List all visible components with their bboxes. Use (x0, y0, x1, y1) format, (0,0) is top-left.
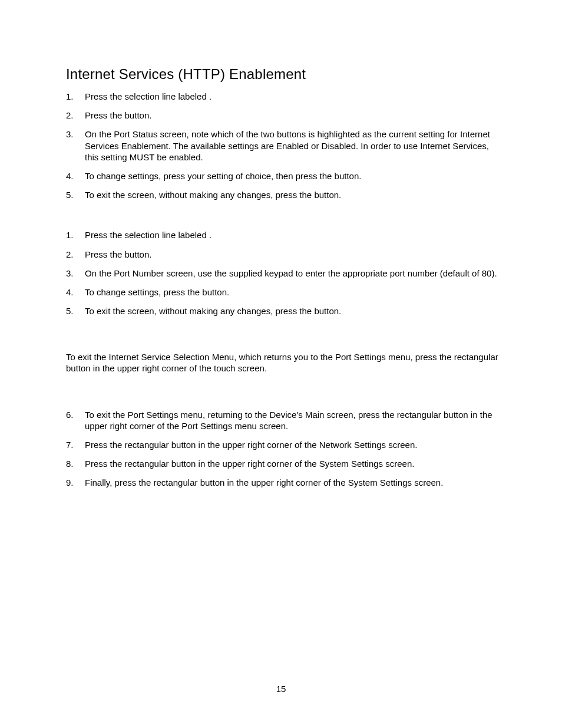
list-item: 5.To exit the screen, without making any… (66, 189, 498, 200)
item-text: Press the rectangular button in the uppe… (85, 440, 417, 450)
item-number: 3. (66, 129, 74, 140)
steps-list-c: 6.To exit the Port Settings menu, return… (66, 409, 498, 489)
spacer (66, 324, 498, 351)
body-paragraph: To exit the Internet Service Selection M… (66, 351, 498, 374)
item-text: On the Port Number screen, use the suppl… (85, 268, 497, 278)
list-item: 4.To change settings, press your setting… (66, 170, 498, 182)
list-item: 6.To exit the Port Settings menu, return… (66, 409, 498, 431)
page-number: 15 (0, 684, 562, 694)
item-text: Press the selection line labeled . (85, 230, 211, 240)
list-item: 2.Press the button. (66, 249, 498, 260)
item-text: Press the selection line labeled . (85, 91, 211, 101)
item-text: On the Port Status screen, note which of… (85, 129, 490, 162)
list-item: 1.Press the selection line labeled . (66, 91, 498, 102)
list-item: 3.On the Port Status screen, note which … (66, 129, 498, 163)
list-item: 2.Press the button. (66, 110, 498, 121)
item-text: To exit the screen, without making any c… (85, 190, 341, 200)
item-number: 1. (66, 229, 74, 241)
spacer (66, 382, 498, 409)
item-text: To exit the screen, without making any c… (85, 306, 341, 316)
item-number: 2. (66, 110, 74, 121)
spacer (66, 208, 498, 229)
item-number: 5. (66, 189, 74, 200)
list-item: 1.Press the selection line labeled . (66, 229, 498, 241)
list-item: 5.To exit the screen, without making any… (66, 305, 498, 317)
list-item: 3.On the Port Number screen, use the sup… (66, 268, 498, 279)
item-number: 2. (66, 249, 74, 260)
item-text: Press the button. (85, 249, 151, 259)
item-text: To change settings, press your setting o… (85, 171, 361, 181)
item-text: To exit the Port Settings menu, returnin… (85, 410, 492, 431)
item-number: 4. (66, 286, 74, 298)
item-number: 3. (66, 268, 74, 279)
document-page: Internet Services (HTTP) Enablement 1.Pr… (0, 0, 562, 728)
item-number: 1. (66, 91, 74, 102)
list-item: 9.Finally, press the rectangular button … (66, 477, 498, 488)
item-text: To change settings, press the button. (85, 287, 229, 297)
item-number: 6. (66, 409, 74, 420)
item-text: Press the button. (85, 110, 151, 120)
list-item: 4.To change settings, press the button. (66, 286, 498, 298)
item-number: 8. (66, 458, 74, 469)
list-item: 7.Press the rectangular button in the up… (66, 439, 498, 450)
item-number: 4. (66, 170, 74, 182)
item-text: Finally, press the rectangular button in… (85, 477, 443, 487)
item-text: Press the rectangular button in the uppe… (85, 459, 414, 469)
item-number: 7. (66, 439, 74, 450)
item-number: 5. (66, 305, 74, 317)
list-item: 8.Press the rectangular button in the up… (66, 458, 498, 469)
section-heading: Internet Services (HTTP) Enablement (66, 66, 498, 83)
steps-list-a: 1.Press the selection line labeled . 2.P… (66, 91, 498, 200)
item-number: 9. (66, 477, 74, 488)
steps-list-b: 1.Press the selection line labeled . 2.P… (66, 229, 498, 317)
